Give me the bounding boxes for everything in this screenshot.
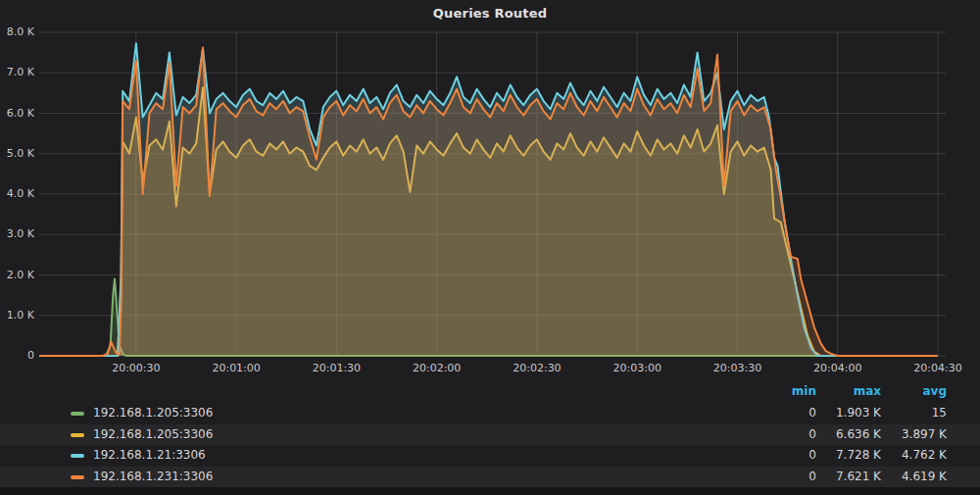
series-max-value: 7.621 K — [812, 467, 881, 488]
series-min-value: 0 — [748, 403, 816, 424]
x-tick-label: 20:01:30 — [297, 362, 375, 375]
series-min-value: 0 — [748, 467, 816, 488]
series-max-value: 7.728 K — [812, 445, 881, 467]
y-tick-label: 3.0 K — [0, 227, 34, 241]
legend-header: min max avg — [0, 382, 980, 400]
series-label[interactable]: 192.168.1.21:3306 — [93, 445, 206, 467]
series-color-swatch — [71, 454, 84, 458]
series-color-swatch — [71, 433, 84, 437]
x-tick-label: 20:03:00 — [598, 362, 676, 375]
x-tick-label: 20:04:30 — [899, 362, 977, 375]
y-tick-label: 0 — [0, 349, 34, 363]
y-tick-label: 8.0 K — [0, 25, 34, 39]
y-tick-label: 5.0 K — [0, 147, 34, 161]
grafana-panel: Queries Routed 8.0 K7.0 K6.0 K5.0 K4.0 K… — [0, 0, 980, 495]
legend-rows: 192.168.1.205:3306 0 1.903 K 15 192.168.… — [0, 403, 980, 487]
series-avg-value: 3.897 K — [878, 424, 947, 446]
legend-row-series-3[interactable]: 192.168.1.21:3306 0 7.728 K 4.762 K — [0, 445, 980, 467]
series-avg-value: 15 — [878, 403, 947, 424]
x-tick-label: 20:02:30 — [498, 362, 576, 375]
series-min-value: 0 — [748, 424, 816, 446]
legend-header-avg[interactable]: avg — [878, 384, 947, 399]
series-avg-value: 4.762 K — [878, 445, 947, 467]
x-tick-label: 20:02:00 — [398, 362, 476, 375]
panel-title[interactable]: Queries Routed — [0, 6, 980, 21]
legend-row-series-4[interactable]: 192.168.1.231:3306 0 7.621 K 4.619 K — [0, 467, 980, 488]
series-max-value: 1.903 K — [812, 403, 881, 424]
y-tick-label: 1.0 K — [0, 309, 34, 322]
series-label[interactable]: 192.168.1.205:3306 — [93, 403, 213, 424]
y-tick-label: 7.0 K — [0, 66, 34, 79]
series-label[interactable]: 192.168.1.231:3306 — [93, 467, 213, 488]
series-avg-value: 4.619 K — [878, 467, 947, 488]
chart-plot-area[interactable] — [39, 29, 946, 359]
series-color-swatch — [71, 475, 84, 479]
series-label[interactable]: 192.168.1.205:3306 — [93, 424, 213, 446]
legend: min max avg 192.168.1.205:3306 0 1.903 K… — [0, 382, 980, 400]
x-tick-label: 20:00:30 — [97, 362, 175, 375]
legend-row-series-2[interactable]: 192.168.1.205:3306 0 6.636 K 3.897 K — [0, 424, 980, 446]
legend-header-min[interactable]: min — [748, 384, 816, 399]
panel-bottom-edge — [0, 487, 980, 495]
y-tick-label: 2.0 K — [0, 269, 34, 282]
legend-row-series-1[interactable]: 192.168.1.205:3306 0 1.903 K 15 — [0, 403, 980, 424]
legend-header-max[interactable]: max — [812, 384, 881, 399]
x-tick-label: 20:04:00 — [799, 362, 877, 375]
x-tick-label: 20:03:30 — [698, 362, 776, 375]
x-tick-label: 20:01:00 — [197, 362, 275, 375]
series-min-value: 0 — [748, 445, 816, 467]
series-color-swatch — [71, 412, 84, 416]
series-max-value: 6.636 K — [812, 424, 881, 446]
y-tick-label: 6.0 K — [0, 107, 34, 121]
y-tick-label: 4.0 K — [0, 187, 34, 201]
